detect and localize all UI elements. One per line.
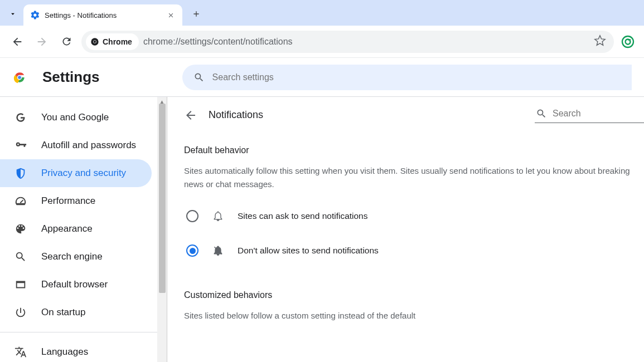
radio-dont-allow[interactable]: Don't allow sites to send notifications — [184, 239, 644, 273]
sidebar-item-appearance[interactable]: Appearance — [0, 215, 152, 243]
sidebar-item-languages[interactable]: Languages — [0, 338, 152, 362]
radio-button-unchecked[interactable] — [186, 210, 198, 222]
browser-tab[interactable]: Settings - Notifications — [23, 4, 182, 26]
palette-icon — [14, 223, 27, 235]
section-customized-desc: Sites listed below follow a custom setti… — [184, 309, 644, 322]
sidebar-scrollbar[interactable]: ▲ — [157, 97, 167, 362]
back-button[interactable] — [8, 32, 27, 51]
star-icon — [594, 35, 606, 47]
key-icon — [14, 139, 27, 151]
sidebar-item-autofill[interactable]: Autofill and passwords — [0, 131, 152, 159]
section-default-behavior-title: Default behavior — [184, 145, 644, 155]
sidebar-item-search-engine[interactable]: Search engine — [0, 243, 152, 271]
search-icon — [536, 108, 547, 119]
shield-icon — [14, 167, 27, 179]
address-bar[interactable]: Chrome — [81, 31, 614, 53]
tab-strip: Settings - Notifications — [0, 0, 644, 26]
gear-icon — [30, 10, 40, 20]
chrome-logo-icon — [12, 70, 27, 85]
settings-content: Notifications Default behavior Sites aut… — [167, 97, 644, 362]
settings-search-input[interactable] — [212, 72, 621, 82]
content-back-button[interactable] — [184, 109, 197, 122]
bell-off-icon — [212, 244, 224, 257]
google-icon — [14, 111, 27, 124]
chevron-down-icon — [9, 10, 17, 18]
translate-icon — [14, 346, 27, 358]
content-title: Notifications — [209, 109, 524, 121]
chrome-icon — [90, 37, 99, 46]
site-chip[interactable]: Chrome — [86, 33, 139, 50]
power-icon — [14, 306, 27, 319]
content-search[interactable] — [535, 107, 644, 123]
arrow-left-icon — [11, 36, 23, 48]
browser-icon — [14, 278, 27, 291]
site-chip-label: Chrome — [103, 37, 132, 46]
tab-search-button[interactable] — [4, 6, 21, 22]
forward-button[interactable] — [32, 32, 51, 51]
sidebar-item-privacy[interactable]: Privacy and security — [0, 159, 152, 187]
bell-icon — [212, 210, 224, 222]
plus-icon — [192, 9, 201, 18]
content-search-input[interactable] — [553, 109, 642, 119]
section-default-behavior-desc: Sites automatically follow this setting … — [184, 164, 644, 191]
search-icon — [14, 251, 27, 263]
search-icon — [193, 72, 205, 83]
radio-sites-can-ask[interactable]: Sites can ask to send notifications — [184, 204, 644, 239]
arrow-right-icon — [36, 36, 48, 48]
sidebar-item-performance[interactable]: Performance — [0, 187, 152, 215]
new-tab-button[interactable] — [188, 6, 205, 22]
page-title: Settings — [42, 69, 100, 86]
settings-search[interactable] — [182, 65, 632, 90]
grammarly-icon — [621, 35, 635, 48]
radio-label: Don't allow sites to send notifications — [238, 246, 379, 256]
settings-header: Settings — [0, 58, 644, 97]
url-input[interactable] — [143, 37, 589, 47]
tab-title: Settings - Notifications — [45, 11, 161, 19]
reload-button[interactable] — [57, 32, 76, 51]
sidebar-item-on-startup[interactable]: On startup — [0, 299, 152, 326]
browser-toolbar: Chrome — [0, 26, 644, 58]
arrow-left-icon — [184, 109, 197, 122]
tab-close-button[interactable] — [166, 10, 176, 20]
svg-point-2 — [94, 40, 96, 42]
radio-label: Sites can ask to send notifications — [238, 211, 368, 221]
section-customized-title: Customized behaviors — [184, 290, 644, 300]
scrollbar-thumb[interactable] — [159, 104, 166, 293]
speed-icon — [14, 195, 27, 207]
extension-button[interactable] — [619, 33, 636, 50]
settings-sidebar: You and Google Autofill and passwords Pr… — [0, 97, 157, 362]
bookmark-button[interactable] — [594, 35, 606, 49]
reload-icon — [61, 36, 72, 47]
sidebar-item-you-and-google[interactable]: You and Google — [0, 104, 152, 131]
sidebar-divider — [0, 332, 157, 332]
svg-point-3 — [622, 36, 633, 47]
close-icon — [167, 12, 175, 19]
sidebar-item-default-browser[interactable]: Default browser — [0, 271, 152, 299]
radio-button-checked[interactable] — [186, 244, 198, 257]
